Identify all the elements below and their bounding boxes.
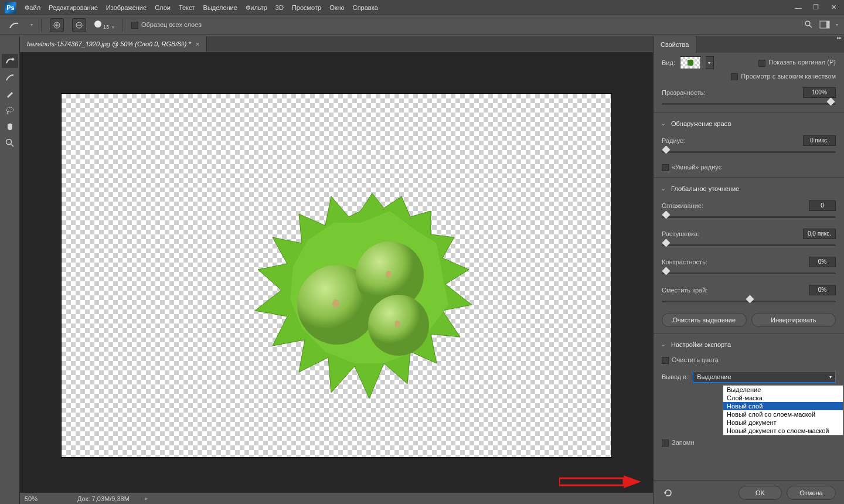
- workspace-switcher-icon[interactable]: [819, 21, 830, 30]
- section-refine-label: Глобальное уточнение: [671, 185, 739, 192]
- panel-collapse-icon[interactable]: ▸▸: [837, 35, 842, 40]
- section-export-settings[interactable]: ⌄Настройки экспорта: [654, 336, 844, 353]
- high-quality-checkbox[interactable]: Просмотр с высоким качеством: [731, 73, 836, 80]
- transparency-slider[interactable]: [662, 101, 836, 110]
- output-dropdown-value: Выделение: [697, 373, 731, 380]
- contrast-label: Контрастность:: [662, 258, 707, 265]
- menu-image[interactable]: Изображение: [106, 4, 147, 11]
- canvas-subject-image: [237, 188, 484, 422]
- subtract-mode-icon[interactable]: [72, 18, 86, 32]
- doc-size-info: Док: 7,03M/9,38M: [77, 495, 130, 502]
- maximize-icon[interactable]: ❐: [810, 4, 822, 12]
- sample-all-layers-checkbox[interactable]: Образец всех слоев: [131, 21, 202, 29]
- smart-radius-label: «Умный» радиус: [672, 164, 722, 171]
- decontaminate-label: Очистить цвета: [672, 356, 719, 363]
- smooth-value[interactable]: 0: [809, 200, 836, 211]
- panel-body: Вид: ▾ Показать оригинал (P) Просмотр с …: [654, 53, 844, 481]
- output-option[interactable]: Новый слой: [723, 402, 843, 410]
- smooth-slider[interactable]: [662, 214, 836, 223]
- current-tool-icon[interactable]: [6, 18, 22, 32]
- document-tab[interactable]: hazelnuts-1574367_1920.jpg @ 50% (Слой 0…: [20, 36, 207, 52]
- menu-layers[interactable]: Слои: [155, 4, 171, 11]
- decontaminate-checkbox[interactable]: Очистить цвета: [662, 356, 719, 364]
- menu-text[interactable]: Текст: [179, 4, 195, 11]
- toolbox: [0, 36, 20, 504]
- brush-size-control[interactable]: 13 ▾: [94, 21, 114, 30]
- zoom-tool-icon[interactable]: [2, 136, 18, 150]
- output-option[interactable]: Новый документ: [723, 418, 843, 427]
- svg-rect-19: [559, 478, 624, 485]
- invert-button[interactable]: Инвертировать: [751, 313, 836, 327]
- smart-radius-checkbox[interactable]: «Умный» радиус: [662, 164, 722, 171]
- quick-select-tool-icon[interactable]: [2, 54, 18, 68]
- show-original-checkbox[interactable]: Показать оригинал (P): [758, 59, 836, 66]
- menu-select[interactable]: Выделение: [203, 4, 237, 11]
- chevron-down-icon[interactable]: ▾: [112, 25, 114, 30]
- close-icon[interactable]: ✕: [828, 4, 839, 12]
- output-option[interactable]: Выделение: [723, 386, 843, 394]
- svg-point-16: [332, 299, 339, 308]
- view-thumbnail[interactable]: [680, 56, 701, 69]
- lasso-tool-icon[interactable]: [2, 103, 18, 117]
- clear-selection-button[interactable]: Очистить выделение: [662, 313, 747, 327]
- feather-value[interactable]: 0,0 пикс.: [803, 229, 836, 239]
- shift-edge-label: Сместить край:: [662, 287, 707, 294]
- remember-settings-checkbox[interactable]: Запомн: [662, 439, 694, 447]
- ok-button[interactable]: OK: [738, 486, 782, 500]
- options-bar: ▾ 13 ▾ Образец всех слоев ▾: [0, 15, 844, 35]
- sample-all-layers-label: Образец всех слоев: [141, 21, 202, 28]
- svg-point-5: [805, 21, 810, 26]
- hand-tool-icon[interactable]: [2, 120, 18, 134]
- contrast-value[interactable]: 0%: [809, 257, 836, 267]
- tab-close-icon[interactable]: ×: [196, 40, 199, 47]
- menu-window[interactable]: Окно: [329, 4, 345, 11]
- minimize-icon[interactable]: —: [792, 4, 804, 12]
- output-option[interactable]: Новый документ со слоем-маской: [723, 427, 843, 435]
- svg-marker-20: [624, 475, 641, 488]
- contrast-slider[interactable]: [662, 271, 836, 279]
- radius-value[interactable]: 0 пикс.: [803, 135, 836, 146]
- transparency-label: Прозрачность:: [662, 89, 705, 96]
- transparency-value[interactable]: 100%: [803, 87, 836, 98]
- status-caret-icon[interactable]: ▸: [145, 495, 148, 502]
- search-icon[interactable]: [804, 20, 814, 30]
- view-dropdown-caret-icon[interactable]: ▾: [706, 56, 714, 69]
- svg-point-17: [386, 271, 392, 278]
- feather-slider[interactable]: [662, 243, 836, 251]
- dropdown-caret-icon[interactable]: ▾: [30, 22, 33, 28]
- canvas-area: [20, 52, 653, 492]
- properties-panel: ▸▸ Свойства Вид: ▾ Показать оригинал (P)…: [653, 36, 844, 504]
- radius-slider[interactable]: [662, 149, 836, 158]
- menu-edit[interactable]: Редактирование: [49, 4, 98, 11]
- high-quality-label: Просмотр с высоким качеством: [741, 73, 836, 80]
- chevron-down-icon: ⌄: [661, 340, 666, 348]
- cancel-button[interactable]: Отмена: [787, 486, 836, 500]
- section-global-refine[interactable]: ⌄Глобальное уточнение: [654, 180, 844, 197]
- chevron-down-icon[interactable]: ▾: [836, 22, 838, 28]
- chevron-down-icon: ⌄: [661, 120, 666, 127]
- menu-filter[interactable]: Фильтр: [246, 4, 267, 11]
- output-dropdown[interactable]: Выделение ▾: [693, 371, 836, 383]
- output-option[interactable]: Новый слой со слоем-маской: [723, 410, 843, 418]
- svg-line-6: [809, 25, 812, 28]
- output-dropdown-list[interactable]: ВыделениеСлой-маскаНовый слойНовый слой …: [723, 385, 843, 435]
- panel-footer: OK Отмена: [654, 481, 844, 504]
- menu-3d[interactable]: 3D: [275, 4, 284, 11]
- menu-view[interactable]: Просмотр: [292, 4, 321, 11]
- brush-size-value: 13: [103, 24, 109, 30]
- section-edge-detection[interactable]: ⌄Обнаружение краев: [654, 115, 844, 132]
- zoom-level[interactable]: 50%: [25, 495, 66, 502]
- menu-file[interactable]: Файл: [25, 4, 40, 11]
- document-tab-title: hazelnuts-1574367_1920.jpg @ 50% (Слой 0…: [27, 40, 191, 47]
- panel-tab-properties[interactable]: Свойства: [654, 36, 696, 53]
- menu-help[interactable]: Справка: [353, 4, 378, 11]
- section-export-label: Настройки экспорта: [671, 341, 731, 348]
- shift-edge-slider[interactable]: [662, 299, 836, 307]
- refine-edge-brush-tool-icon[interactable]: [2, 70, 18, 84]
- reset-icon[interactable]: [662, 486, 675, 499]
- shift-edge-value[interactable]: 0%: [809, 285, 836, 295]
- canvas[interactable]: [62, 94, 611, 457]
- brush-tool-icon[interactable]: [2, 87, 18, 101]
- output-option[interactable]: Слой-маска: [723, 394, 843, 402]
- add-mode-icon[interactable]: [50, 18, 64, 32]
